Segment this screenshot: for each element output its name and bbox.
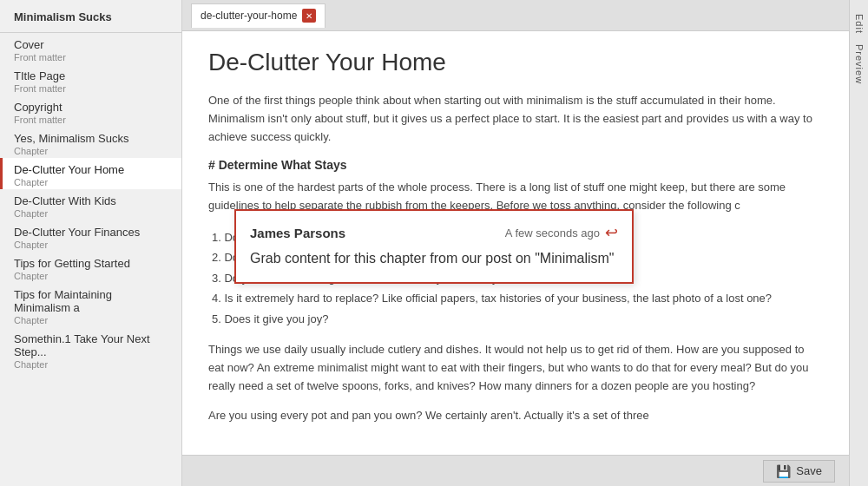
sidebar-item-type-1: Front matter xyxy=(14,83,168,94)
sidebar-item-name-3: Yes, Minimalism Sucks xyxy=(14,132,168,145)
save-label: Save xyxy=(796,464,822,477)
sidebar-item-type-9: Chapter xyxy=(14,359,168,370)
sidebar-item-5[interactable]: De-Clutter With Kids Chapter xyxy=(0,189,181,220)
sidebar-item-name-8: Tips for Maintaining Minimalism a xyxy=(14,288,168,314)
edit-label[interactable]: Edit xyxy=(852,9,866,39)
sidebar-item-name-2: Copyright xyxy=(14,101,168,114)
sidebar-item-name-0: Cover xyxy=(14,38,168,51)
sidebar-item-name-7: Tips for Getting Started xyxy=(14,257,168,270)
page-title: De-Clutter Your Home xyxy=(208,49,823,76)
sidebar-item-4[interactable]: De-Clutter Your Home Chapter xyxy=(0,158,181,189)
sidebar-item-0[interactable]: Cover Front matter xyxy=(0,33,181,64)
app-container: Minimalism Sucks Cover Front matter TItl… xyxy=(0,0,868,486)
sidebar-item-9[interactable]: Somethin.1 Take Your Next Step... Chapte… xyxy=(0,327,181,371)
sidebar-item-type-6: Chapter xyxy=(14,240,168,250)
active-tab[interactable]: de-clutter-your-home ✕ xyxy=(191,3,326,28)
sidebar-item-type-4: Chapter xyxy=(14,177,168,187)
list-item-3: 4. Is it extremely hard to replace? Like… xyxy=(212,288,823,308)
sidebar-item-7[interactable]: Tips for Getting Started Chapter xyxy=(0,252,181,283)
tooltip-time: A few seconds ago xyxy=(505,227,600,240)
bottom-bar: 💾 Save xyxy=(182,455,849,486)
content-paragraph-3: Things we use daily usually include cutl… xyxy=(208,341,823,395)
sidebar-title: Minimalism Sucks xyxy=(0,0,181,33)
tab-bar: de-clutter-your-home ✕ xyxy=(182,0,849,31)
main-area: de-clutter-your-home ✕ De-Clutter Your H… xyxy=(182,0,849,486)
sidebar-item-type-3: Chapter xyxy=(14,146,168,156)
content-paragraph-4: Are you using every pot and pan you own?… xyxy=(208,407,823,425)
content-area: De-Clutter Your Home One of the first th… xyxy=(182,31,849,455)
sidebar-item-name-6: De-Clutter Your Finances xyxy=(14,226,168,239)
section-heading: # Determine What Stays xyxy=(208,158,823,172)
tooltip-author: James Parsons xyxy=(250,226,345,240)
preview-label[interactable]: Preview xyxy=(852,39,866,89)
sidebar: Minimalism Sucks Cover Front matter TItl… xyxy=(0,0,182,486)
sidebar-item-1[interactable]: TItle Page Front matter xyxy=(0,64,181,95)
tooltip-popup: James Parsons A few seconds ago ↩ Grab c… xyxy=(234,209,634,284)
tooltip-header: James Parsons A few seconds ago ↩ xyxy=(250,223,618,242)
tooltip-message: Grab content for this chapter from our p… xyxy=(250,249,618,268)
sidebar-item-6[interactable]: De-Clutter Your Finances Chapter xyxy=(0,220,181,252)
tooltip-arrow-button[interactable]: ↩ xyxy=(605,223,618,242)
sidebar-item-type-5: Chapter xyxy=(14,208,168,219)
sidebar-item-name-4: De-Clutter Your Home xyxy=(14,163,168,176)
sidebar-item-3[interactable]: Yes, Minimalism Sucks Chapter xyxy=(0,127,181,158)
sidebar-item-type-0: Front matter xyxy=(14,52,168,62)
tab-label: de-clutter-your-home xyxy=(201,10,297,22)
sidebar-item-name-5: De-Clutter With Kids xyxy=(14,194,168,207)
sidebar-item-name-1: TItle Page xyxy=(14,69,168,82)
right-sidebar: Edit Preview xyxy=(849,0,868,486)
save-button[interactable]: 💾 Save xyxy=(763,460,835,483)
sidebar-item-name-9: Somethin.1 Take Your Next Step... xyxy=(14,332,168,358)
tooltip-time-arrow: A few seconds ago ↩ xyxy=(505,223,618,242)
sidebar-item-type-7: Chapter xyxy=(14,271,168,281)
sidebar-item-2[interactable]: Copyright Front matter xyxy=(0,95,181,127)
content-paragraph-1: One of the first things people think abo… xyxy=(208,92,823,146)
sidebar-item-type-8: Chapter xyxy=(14,315,168,325)
sidebar-item-type-2: Front matter xyxy=(14,115,168,125)
tab-close-button[interactable]: ✕ xyxy=(302,9,316,23)
list-item-4: 5. Does it give you joy? xyxy=(212,309,823,329)
save-icon: 💾 xyxy=(776,464,791,478)
sidebar-item-8[interactable]: Tips for Maintaining Minimalism a Chapte… xyxy=(0,283,181,327)
